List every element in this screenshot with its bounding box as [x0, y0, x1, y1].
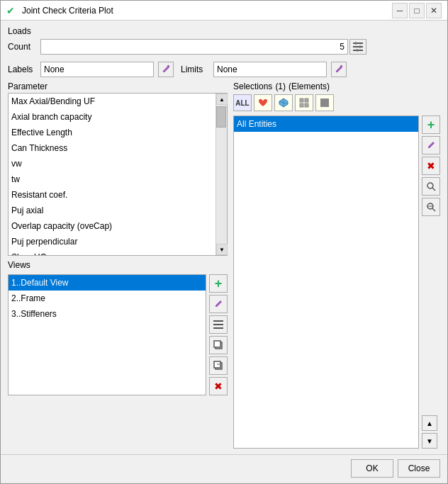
views-section: Views 1..Default View2..Frame3..Stiffene…: [8, 260, 228, 395]
views-add-button[interactable]: +: [209, 274, 228, 293]
window-icon: ✔: [6, 5, 18, 16]
view-item[interactable]: 3..Stiffeners: [9, 306, 206, 322]
svg-rect-4: [359, 45, 361, 48]
limits-edit-button[interactable]: [331, 62, 347, 77]
parameter-item[interactable]: ShearUC: [9, 249, 215, 255]
selections-list[interactable]: All Entities: [234, 116, 418, 448]
views-delete-button[interactable]: ✖: [209, 377, 228, 395]
right-panel: Selections (1) (Elements) ALL: [233, 81, 440, 449]
main-window: ✔ Joint Check Criteria Plot ─ □ ✕ Loads …: [0, 0, 448, 484]
selection-item[interactable]: All Entities: [234, 116, 418, 132]
parameter-item[interactable]: Overlap capacity (oveCap): [9, 218, 215, 234]
parameter-item[interactable]: Puj perpendicular: [9, 234, 215, 249]
view-item[interactable]: 1..Default View: [9, 275, 206, 291]
svg-rect-12: [214, 341, 220, 347]
selections-header: Selections (1) (Elements): [233, 81, 440, 91]
svg-rect-10: [213, 327, 223, 329]
close-window-button[interactable]: ✕: [426, 3, 442, 18]
views-list-container: 1..Default View2..Frame3..Stiffeners: [8, 274, 206, 395]
svg-rect-29: [320, 104, 323, 107]
sel-delete-button[interactable]: ✖: [422, 157, 440, 175]
svg-rect-22: [305, 103, 308, 107]
filter-grid-button[interactable]: [295, 94, 313, 111]
labels-input[interactable]: [40, 62, 154, 77]
parameter-item[interactable]: Can Thickness: [9, 140, 215, 156]
limits-input[interactable]: [213, 62, 327, 77]
filter-heart-button[interactable]: [254, 94, 272, 111]
count-input-wrap: [40, 39, 366, 55]
title-controls: ─ □ ✕: [392, 3, 442, 18]
parameter-item[interactable]: Puj axial: [9, 203, 215, 218]
maximize-button[interactable]: □: [409, 3, 425, 18]
close-button[interactable]: Close: [398, 459, 440, 478]
sel-search2-button[interactable]: [422, 198, 440, 216]
bottom-row: OK Close: [1, 454, 447, 483]
svg-rect-21: [300, 103, 303, 107]
limits-label: Limits: [181, 64, 209, 74]
sel-scroll-down-button[interactable]: ▼: [422, 433, 437, 449]
parameter-item[interactable]: vw: [9, 156, 215, 171]
sel-search1-button[interactable]: [422, 177, 440, 196]
svg-rect-30: [323, 104, 326, 107]
svg-line-33: [432, 188, 435, 191]
views-list-button[interactable]: [209, 315, 228, 334]
parameter-item[interactable]: tw: [9, 171, 215, 187]
sel-edit-button[interactable]: [422, 136, 440, 154]
count-input[interactable]: [40, 39, 348, 55]
views-copy-button[interactable]: [209, 336, 228, 354]
views-buttons: +: [209, 274, 228, 395]
views-panel: 1..Default View2..Frame3..Stiffeners +: [8, 274, 228, 395]
content-area: Loads Count: [1, 21, 447, 454]
sel-add-button[interactable]: +: [422, 116, 440, 134]
heart-icon: [258, 98, 268, 108]
svg-rect-25: [326, 99, 329, 101]
minimize-button[interactable]: ─: [392, 3, 408, 18]
parameter-item[interactable]: Axial branch capacity: [9, 109, 215, 125]
title-bar: ✔ Joint Check Criteria Plot ─ □ ✕: [1, 1, 447, 21]
sel-buttons-spacer: [422, 218, 440, 413]
parameter-item[interactable]: Max Axial/Bending UF: [9, 94, 215, 109]
pencil-icon: [161, 64, 171, 74]
selections-header-section: Selections (1) (Elements) ALL: [233, 81, 440, 111]
svg-rect-31: [326, 104, 329, 107]
loads-label: Loads: [8, 26, 36, 36]
svg-rect-5: [357, 49, 358, 52]
view-item[interactable]: 2..Frame: [9, 291, 206, 306]
selections-panel: All Entities + ✖: [233, 116, 440, 449]
views-list[interactable]: 1..Default View2..Frame3..Stiffeners: [9, 275, 206, 395]
main-panels: Parameter Max Axial/Bending UFAxial bran…: [8, 81, 440, 449]
grid-icon: [299, 98, 309, 108]
copy2-icon: [213, 361, 223, 371]
scroll-thumb[interactable]: [216, 106, 226, 128]
copy-icon: [213, 340, 223, 350]
count-row: Count: [8, 39, 440, 55]
ok-button[interactable]: OK: [351, 459, 393, 478]
filter-icons: ALL: [233, 94, 440, 111]
views-copy2-button[interactable]: [209, 356, 228, 375]
filter-cube-button[interactable]: [274, 94, 293, 111]
scroll-down-btn[interactable]: ▼: [216, 244, 228, 255]
views-edit-button[interactable]: [209, 295, 228, 313]
filter-dots-button[interactable]: [315, 94, 334, 111]
parameter-item[interactable]: Effective Length: [9, 125, 215, 140]
scroll-up-btn[interactable]: ▲: [216, 94, 228, 105]
svg-line-35: [432, 208, 435, 211]
parameter-item[interactable]: Resistant coef.: [9, 187, 215, 203]
svg-rect-9: [213, 324, 223, 325]
labels-limits-row: Labels Limits: [8, 62, 440, 77]
svg-point-32: [427, 183, 433, 188]
labels-edit-button[interactable]: [158, 62, 174, 77]
settings-icon: [352, 41, 364, 52]
sel-scroll-up-button[interactable]: ▲: [422, 415, 437, 431]
cube-icon: [279, 98, 289, 108]
selections-type: (Elements): [289, 81, 330, 91]
filter-all-button[interactable]: ALL: [233, 94, 252, 111]
svg-rect-24: [323, 99, 326, 101]
loads-settings-button[interactable]: [349, 39, 366, 55]
parameter-list[interactable]: Max Axial/Bending UFAxial branch capacit…: [9, 94, 215, 255]
selections-title: Selections: [233, 81, 272, 91]
loads-section: Loads Count: [8, 26, 440, 57]
param-scrollbar[interactable]: ▲ ▼: [215, 94, 227, 255]
search2-icon: [426, 202, 436, 212]
labels-group: Labels: [8, 62, 174, 77]
